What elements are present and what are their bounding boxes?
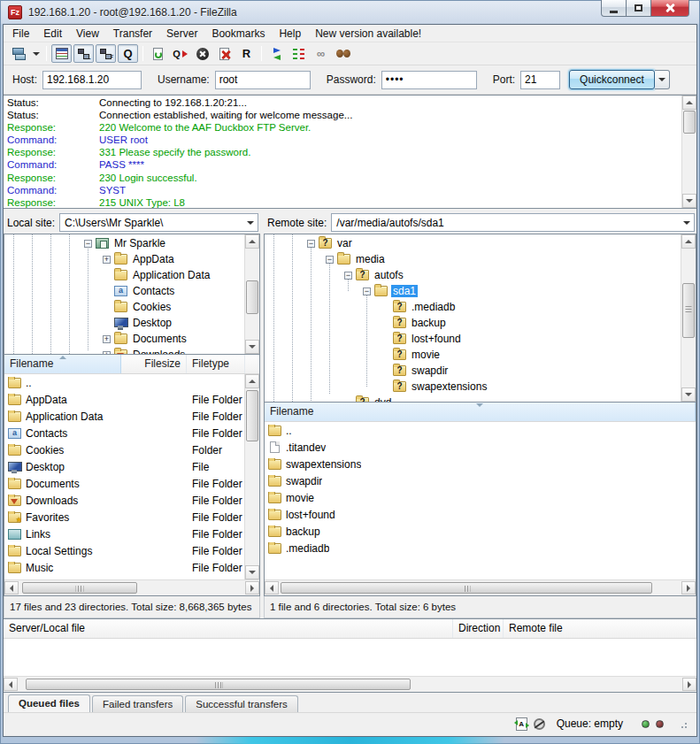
minimize-button[interactable] bbox=[601, 0, 627, 17]
file-row[interactable]: swapextensions bbox=[265, 456, 696, 472]
tree-item[interactable]: ?lost+found bbox=[265, 331, 681, 347]
tree-item[interactable]: −media bbox=[265, 251, 681, 267]
combo-dropdown[interactable] bbox=[680, 214, 694, 231]
remote-treeview-toggle[interactable]: F bbox=[96, 44, 116, 63]
resize-grip[interactable] bbox=[677, 718, 688, 729]
title-bar[interactable]: Fz 192.168.1.20 - root@192.168.1.20 - Fi… bbox=[0, 0, 700, 25]
scrollbar-thumb[interactable] bbox=[281, 582, 652, 594]
file-row[interactable]: DownloadsFile Folder bbox=[4, 492, 244, 509]
local-list-scrollbar[interactable] bbox=[244, 374, 259, 579]
site-manager-dropdown[interactable] bbox=[31, 44, 42, 63]
close-button[interactable] bbox=[651, 0, 689, 17]
transfer-type-icon[interactable]: A bbox=[516, 717, 527, 731]
tree-item[interactable]: ?.mediadb bbox=[265, 299, 681, 315]
synchronized-browsing-button[interactable]: ∞ bbox=[311, 44, 331, 63]
scroll-left-button[interactable] bbox=[4, 581, 19, 594]
disconnect-button[interactable] bbox=[214, 44, 235, 63]
tree-item[interactable]: −?var bbox=[265, 235, 681, 251]
tree-item[interactable]: +Documents bbox=[4, 331, 244, 347]
password-input[interactable] bbox=[381, 71, 477, 89]
tab-failed-transfers[interactable]: Failed transfers bbox=[92, 695, 183, 712]
tree-item[interactable]: Desktop bbox=[4, 315, 244, 331]
refresh-button[interactable] bbox=[148, 44, 168, 63]
scroll-up-button[interactable] bbox=[681, 234, 696, 249]
quickconnect-dropdown[interactable] bbox=[655, 70, 670, 89]
file-row[interactable]: MusicFile Folder bbox=[4, 559, 244, 576]
scroll-up-button[interactable] bbox=[245, 374, 259, 388]
scroll-right-button[interactable] bbox=[682, 678, 696, 691]
tree-item[interactable]: −?autofs bbox=[265, 267, 681, 283]
tree-item[interactable]: aContacts bbox=[4, 283, 244, 299]
column-direction[interactable]: Direction bbox=[453, 619, 504, 638]
file-row[interactable]: CookiesFolder bbox=[4, 441, 244, 458]
tab-successful-transfers[interactable]: Successful transfers bbox=[185, 695, 298, 712]
scrollbar-thumb[interactable] bbox=[246, 280, 258, 314]
tree-item[interactable]: +AppData bbox=[4, 251, 244, 267]
scrollbar-thumb[interactable] bbox=[683, 111, 696, 134]
column-server-local-file[interactable]: Server/Local file bbox=[4, 619, 453, 638]
menu-server[interactable]: Server bbox=[159, 26, 204, 42]
remote-tree-scrollbar[interactable] bbox=[681, 234, 696, 402]
cancel-operation-button[interactable] bbox=[192, 44, 212, 63]
file-row[interactable]: LinksFile Folder bbox=[4, 525, 244, 542]
column-filetype[interactable]: Filetype bbox=[187, 355, 245, 373]
file-row[interactable]: Local SettingsFile Folder bbox=[4, 542, 244, 559]
file-row[interactable]: ★FavoritesFile Folder bbox=[4, 509, 244, 525]
file-row[interactable]: backup bbox=[265, 523, 696, 540]
log-scrollbar[interactable] bbox=[681, 96, 696, 208]
reconnect-button[interactable]: R bbox=[236, 44, 257, 63]
collapse-icon[interactable]: − bbox=[344, 272, 352, 280]
scrollbar-thumb[interactable] bbox=[22, 582, 137, 594]
menu-transfer[interactable]: Transfer bbox=[106, 26, 159, 42]
tree-item[interactable]: ?swapextensions bbox=[265, 379, 681, 395]
file-row[interactable]: DocumentsFile Folder bbox=[4, 475, 244, 492]
tree-item[interactable]: −Mr Sparkle bbox=[4, 235, 244, 251]
find-files-button[interactable] bbox=[333, 44, 353, 63]
file-row[interactable]: aContactsFile Folder bbox=[4, 425, 244, 441]
site-manager-button[interactable] bbox=[9, 44, 29, 63]
new-version-notice[interactable]: New version available! bbox=[308, 26, 428, 42]
tree-item[interactable]: ?dvd bbox=[265, 395, 681, 402]
scroll-down-button[interactable] bbox=[682, 194, 696, 208]
column-filename[interactable]: Filename bbox=[265, 403, 696, 421]
combo-dropdown[interactable] bbox=[243, 214, 258, 231]
scroll-down-button[interactable] bbox=[245, 565, 259, 579]
menu-file[interactable]: File bbox=[5, 26, 36, 42]
file-row[interactable]: Application DataFile Folder bbox=[4, 408, 244, 425]
file-row[interactable]: .. bbox=[265, 422, 696, 439]
expand-icon[interactable]: + bbox=[103, 351, 111, 355]
file-row[interactable]: .titandev bbox=[265, 439, 696, 456]
scroll-right-button[interactable] bbox=[245, 581, 259, 594]
file-row[interactable]: lost+found bbox=[265, 506, 696, 523]
scroll-left-button[interactable] bbox=[265, 581, 279, 594]
directory-listing-button[interactable] bbox=[288, 44, 309, 63]
tab-queued-files[interactable]: Queued files bbox=[8, 694, 90, 712]
port-input[interactable] bbox=[520, 71, 560, 89]
quickconnect-button[interactable]: Quickconnect bbox=[569, 70, 655, 89]
scroll-down-button[interactable] bbox=[245, 340, 259, 354]
tree-item[interactable]: ?swapdir bbox=[265, 363, 681, 379]
file-row[interactable]: AppDataFile Folder bbox=[4, 391, 244, 408]
tree-item[interactable]: Cookies bbox=[4, 299, 244, 315]
menu-bookmarks[interactable]: Bookmarks bbox=[204, 26, 272, 42]
remote-list-hscrollbar[interactable] bbox=[265, 579, 696, 595]
host-input[interactable] bbox=[42, 71, 142, 89]
local-site-combobox[interactable]: C:\Users\Mr Sparkle\ bbox=[59, 213, 258, 232]
maximize-button[interactable] bbox=[627, 0, 651, 17]
menu-view[interactable]: View bbox=[69, 26, 106, 42]
tree-item-selected[interactable]: −sda1 bbox=[265, 283, 681, 299]
tree-item[interactable]: ?backup bbox=[265, 315, 681, 331]
local-list-hscrollbar[interactable] bbox=[4, 579, 259, 595]
scrollbar-thumb[interactable] bbox=[682, 283, 695, 338]
queue-hscrollbar[interactable] bbox=[4, 676, 696, 692]
message-log-toggle[interactable] bbox=[51, 44, 72, 63]
column-filename[interactable]: Filename bbox=[4, 355, 121, 373]
scroll-left-button[interactable] bbox=[4, 678, 18, 691]
scrollbar-thumb[interactable] bbox=[246, 390, 258, 441]
scroll-up-button[interactable] bbox=[245, 234, 259, 249]
file-row[interactable]: .mediadb bbox=[265, 540, 696, 556]
directory-comparison-button[interactable] bbox=[266, 44, 287, 63]
collapse-icon[interactable]: − bbox=[326, 256, 334, 264]
scroll-down-button[interactable] bbox=[681, 387, 696, 402]
file-row[interactable]: movie bbox=[265, 489, 696, 506]
